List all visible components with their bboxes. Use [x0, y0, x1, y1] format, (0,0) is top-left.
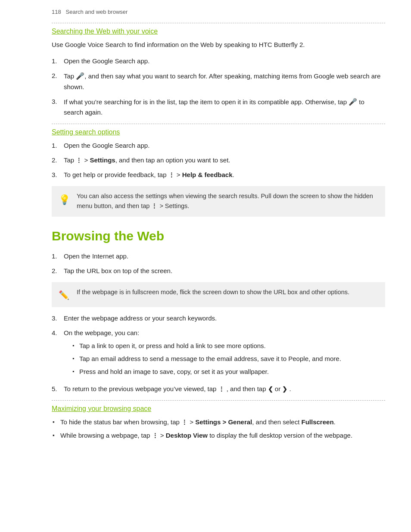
browsing-step-1: 1. Open the Internet app.: [52, 251, 385, 261]
chevron-left-icon: ❮: [268, 386, 273, 392]
section-maximize-title: Maximizing your browsing space: [52, 405, 385, 413]
search-options-note: 💡 You can also access the settings when …: [52, 186, 385, 216]
section-voice-intro: Use Google Voice Search to find informat…: [52, 40, 385, 50]
voice-step-2: 2. Tap 🎤, and then say what you want to …: [52, 71, 385, 92]
search-options-step-2: 2. Tap ⋮ > Settings, and then tap an opt…: [52, 155, 385, 165]
search-options-step-1-text: Open the Google Search app.: [64, 140, 385, 151]
page-header: 118 Search and web browser: [52, 9, 385, 15]
mic-icon: 🎤: [76, 72, 84, 80]
section-maximize: Maximizing your browsing space To hide t…: [52, 405, 385, 441]
voice-step-1-text: Open the Google Search app.: [64, 56, 385, 66]
search-options-steps: 1. Open the Google Search app. 2. Tap ⋮ …: [52, 140, 385, 180]
browsing-step-3: 3. Enter the webpage address or your sea…: [52, 313, 385, 324]
page-number: 118: [52, 9, 61, 15]
voice-step-3-text: If what you’re searching for is in the l…: [64, 98, 347, 106]
pencil-icon: ✏️: [59, 288, 71, 302]
voice-step-2-text: , and then say what you want to search f…: [64, 72, 380, 90]
browsing-step-5: 5. To return to the previous webpage you…: [52, 384, 385, 394]
menu-dots-icon-max2: ⋮: [152, 432, 159, 439]
browsing-big-title: Browsing the Web: [52, 229, 385, 243]
section-search-options: Setting search options 1. Open the Googl…: [52, 128, 385, 216]
voice-step-1: 1. Open the Google Search app.: [52, 56, 385, 66]
menu-dots-icon-note: ⋮: [151, 202, 158, 209]
voice-search-steps: 1. Open the Google Search app. 2. Tap 🎤,…: [52, 56, 385, 118]
section-browsing: Browsing the Web 1. Open the Internet ap…: [52, 229, 385, 394]
browsing-step-5-text: To return to the previous webpage you’ve…: [64, 385, 216, 392]
maximize-bullets: To hide the status bar when browsing, ta…: [52, 417, 385, 441]
browsing-step-4-text: On the webpage, you can:: [64, 329, 139, 336]
search-options-step-3: 3. To get help or provide feedback, tap …: [52, 170, 385, 180]
chevron-right-icon: ❯: [282, 386, 287, 392]
voice-step-3: 3. If what you’re searching for is in th…: [52, 96, 385, 118]
browsing-note-text: If the webpage is in fullscreen mode, fl…: [77, 287, 378, 297]
menu-dots-icon-1: ⋮: [76, 157, 82, 164]
maximize-bullet-2: While browsing a webpage, tap ⋮ > Deskto…: [52, 430, 385, 441]
search-options-note-text: You can also access the settings when vi…: [77, 193, 373, 209]
menu-dots-icon-2: ⋮: [168, 171, 175, 178]
mic-icon-2: 🎤: [349, 98, 357, 106]
sub-bullet-1: Tap a link to open it, or press and hold…: [72, 341, 385, 351]
section-voice-search-title: Searching the Web with your voice: [52, 28, 385, 35]
page-title-header: Search and web browser: [66, 9, 128, 15]
sub-bullet-3: Press and hold an image to save, copy, o…: [72, 367, 385, 377]
divider-top: [52, 23, 385, 23]
browsing-step-4: 4. On the webpage, you can: Tap a link t…: [52, 328, 385, 380]
search-options-note-suffix: > Settings.: [159, 202, 189, 209]
maximize-bullet-1: To hide the status bar when browsing, ta…: [52, 417, 385, 427]
browsing-step-2-text: Tap the URL box on top of the screen.: [64, 266, 385, 276]
divider-section4: [52, 400, 385, 401]
menu-dots-icon-max1: ⋮: [181, 419, 188, 426]
browsing-step-3-text: Enter the webpage address or your search…: [64, 313, 385, 324]
browsing-steps-2: 3. Enter the webpage address or your sea…: [52, 313, 385, 394]
lightbulb-icon: 💡: [59, 192, 71, 207]
divider-section2: [52, 124, 385, 124]
search-options-step-1: 1. Open the Google Search app.: [52, 140, 385, 151]
browsing-step-1-text: Open the Internet app.: [64, 251, 385, 261]
browsing-steps-1: 1. Open the Internet app. 2. Tap the URL…: [52, 251, 385, 276]
browsing-sub-bullets: Tap a link to open it, or press and hold…: [72, 341, 385, 377]
section-search-options-title: Setting search options: [52, 128, 385, 136]
sub-bullet-2: Tap an email address to send a message t…: [72, 354, 385, 364]
section-voice-search: Searching the Web with your voice Use Go…: [52, 28, 385, 118]
browsing-note: ✏️ If the webpage is in fullscreen mode,…: [52, 282, 385, 307]
menu-dots-icon-step5: ⋮: [218, 386, 225, 392]
browsing-step-2: 2. Tap the URL box on top of the screen.: [52, 266, 385, 276]
